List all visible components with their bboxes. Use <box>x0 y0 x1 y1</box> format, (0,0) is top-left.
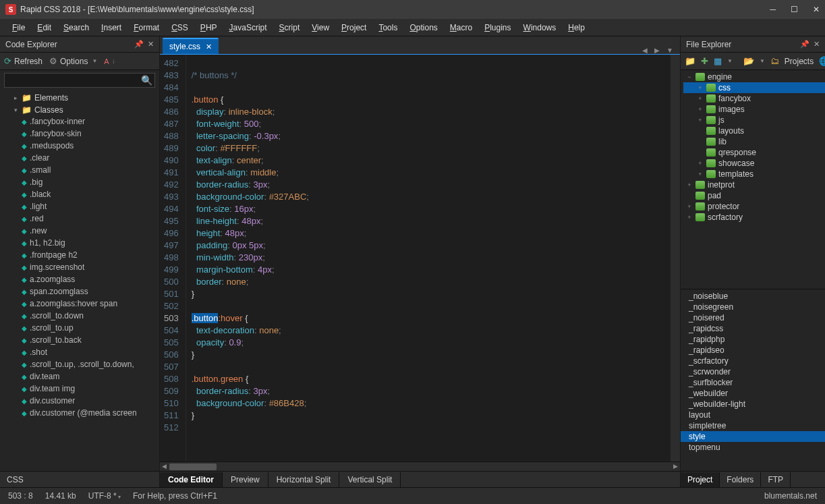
class-item[interactable]: ◆ a.zoomglass <box>19 274 159 285</box>
options-button[interactable]: ⚙Options▼ <box>49 56 97 66</box>
view-tab-horizontal-split[interactable]: Horizontal Split <box>268 472 340 487</box>
class-item[interactable]: ◆ div.team img <box>19 383 159 394</box>
folder-item-scrfactory[interactable]: + scrfactory <box>683 212 825 223</box>
code-area[interactable]: /* buttons */ .button { display: inline-… <box>186 55 671 461</box>
code-explorer-search-input[interactable] <box>4 73 155 88</box>
panel-close-icon[interactable]: ✕ <box>814 40 820 49</box>
file-item-_rapidphp[interactable]: _rapidphp <box>681 334 825 345</box>
file-item-_rapidcss[interactable]: _rapidcss <box>681 323 825 334</box>
view-tab-vertical-split[interactable]: Vertical Split <box>339 472 401 487</box>
file-item-layout[interactable]: layout <box>681 410 825 420</box>
new-file-icon[interactable]: ✚ <box>701 56 708 66</box>
projects-label[interactable]: Projects <box>785 57 814 66</box>
class-item[interactable]: ◆ .new <box>19 225 159 236</box>
file-item-_rapidseo[interactable]: _rapidseo <box>681 345 825 356</box>
folder-open-icon[interactable]: 📂 <box>743 56 754 66</box>
class-item[interactable]: ◆ .meduspods <box>19 140 159 151</box>
folder-item-css[interactable]: + css <box>683 82 825 93</box>
scroll-thumb[interactable] <box>169 464 217 470</box>
pin-icon[interactable]: 📌 <box>134 40 144 49</box>
minimize-button[interactable]: ─ <box>770 5 776 14</box>
menu-tools[interactable]: Tools <box>374 22 401 34</box>
menu-macro[interactable]: Macro <box>446 22 476 34</box>
menu-options[interactable]: Options <box>405 22 441 34</box>
file-item-_webuilder[interactable]: _webuilder <box>681 388 825 399</box>
file-item-simpletree[interactable]: simpletree <box>681 420 825 431</box>
scroll-left-icon[interactable]: ◀ <box>162 463 167 470</box>
menu-format[interactable]: Format <box>130 22 163 34</box>
status-encoding[interactable]: UTF-8 * <box>88 491 121 501</box>
file-item-_scrfactory[interactable]: _scrfactory <box>681 356 825 366</box>
class-item[interactable]: ◆ .frontpage h2 <box>19 250 159 260</box>
view-tab-preview[interactable]: Preview <box>223 472 268 487</box>
file-item-_noisered[interactable]: _noisered <box>681 312 825 323</box>
class-item[interactable]: ◆ .scroll_to.down <box>19 310 159 321</box>
file-item-topmenu[interactable]: topmenu <box>681 442 825 453</box>
menu-insert[interactable]: Insert <box>97 22 125 34</box>
file-item-style[interactable]: style <box>681 431 825 442</box>
menu-view[interactable]: View <box>308 22 333 34</box>
class-item[interactable]: ◆ .scroll_to.back <box>19 335 159 345</box>
class-item[interactable]: ◆ .fancybox-inner <box>19 116 159 127</box>
folder-item-layouts[interactable]: layouts <box>683 125 825 136</box>
projects-icon[interactable]: 🗂 <box>770 56 779 66</box>
menu-php[interactable]: PHP <box>196 22 221 34</box>
tab-close-icon[interactable]: ✕ <box>206 43 212 51</box>
class-item[interactable]: ◆ .shot <box>19 347 159 358</box>
close-button[interactable]: ✕ <box>813 5 820 14</box>
menu-css[interactable]: CSS <box>167 22 192 34</box>
refresh-button[interactable]: ⟳Refresh <box>4 56 42 66</box>
class-item[interactable]: ◆ div.customer <box>19 395 159 406</box>
tab-prev-icon[interactable]: ◀ <box>642 47 648 54</box>
class-item[interactable]: ◆ .fancybox-skin <box>19 128 159 139</box>
tree-folder-classes[interactable]: ▾📁 Classes <box>9 105 159 115</box>
class-item[interactable]: ◆ .scroll_to.up, .scroll_to.down, <box>19 359 159 370</box>
class-item[interactable]: ◆ .red <box>19 213 159 224</box>
menu-edit[interactable]: Edit <box>33 22 55 34</box>
folder-item-fancybox[interactable]: + fancybox <box>683 93 825 104</box>
menu-file[interactable]: File <box>8 22 29 34</box>
pin-icon[interactable]: 📌 <box>800 40 809 49</box>
folder-item-showcase[interactable]: + showcase <box>683 158 825 169</box>
view-icon[interactable]: ▦ <box>714 56 722 66</box>
class-item[interactable]: ◆ h1, h2.big <box>19 237 159 248</box>
class-item[interactable]: ◆ div.team <box>19 371 159 382</box>
menu-help[interactable]: Help <box>564 22 589 34</box>
scroll-right-icon[interactable]: ▶ <box>673 463 678 470</box>
menu-search[interactable]: Search <box>59 22 93 34</box>
menu-javascript[interactable]: JavaScript <box>225 22 271 34</box>
view-tab-code-editor[interactable]: Code Editor <box>160 472 223 487</box>
vertical-scrollbar[interactable] <box>671 55 680 461</box>
fe-tab-project[interactable]: Project <box>681 472 720 487</box>
panel-close-icon[interactable]: ✕ <box>148 40 154 49</box>
code-editor[interactable]: 4824834844854864874884894904914924934944… <box>160 54 680 461</box>
globe-icon[interactable]: 🌐 <box>819 56 825 66</box>
class-item[interactable]: ◆ img.screenshot <box>19 262 159 273</box>
class-item[interactable]: ◆ .light <box>19 201 159 212</box>
file-item-_noiseblue[interactable]: _noiseblue <box>681 291 825 302</box>
class-item[interactable]: ◆ span.zoomglass <box>19 286 159 297</box>
tree-folder-elements[interactable]: ▸📁 Elements <box>9 92 159 103</box>
file-item-_webuilder-light[interactable]: _webuilder-light <box>681 399 825 410</box>
horizontal-scrollbar[interactable]: ◀ ▶ <box>160 461 680 471</box>
menu-script[interactable]: Script <box>275 22 304 34</box>
class-item[interactable]: ◆ .black <box>19 189 159 200</box>
menu-plugins[interactable]: Plugins <box>480 22 515 34</box>
file-item-_noisegreen[interactable]: _noisegreen <box>681 302 825 312</box>
file-item-_surfblocker[interactable]: _surfblocker <box>681 377 825 388</box>
tab-menu-icon[interactable]: ▼ <box>666 47 673 54</box>
folder-item-qresponse[interactable]: qresponse <box>683 147 825 158</box>
open-project-icon[interactable]: 📁 <box>685 56 695 66</box>
folder-item-images[interactable]: + images <box>683 104 825 115</box>
fe-tab-ftp[interactable]: FTP <box>761 472 791 487</box>
menu-project[interactable]: Project <box>337 22 370 34</box>
maximize-button[interactable]: ☐ <box>791 5 798 14</box>
class-item[interactable]: ◆ .clear <box>19 152 159 163</box>
menu-windows[interactable]: Windows <box>519 22 561 34</box>
class-item[interactable]: ◆ .scroll_to.up <box>19 323 159 333</box>
folder-item-js[interactable]: + js <box>683 115 825 125</box>
tab-next-icon[interactable]: ▶ <box>654 47 660 54</box>
class-item[interactable]: ◆ .big <box>19 177 159 188</box>
folder-item-lib[interactable]: lib <box>683 136 825 147</box>
folder-item-protector[interactable]: + protector <box>683 201 825 212</box>
